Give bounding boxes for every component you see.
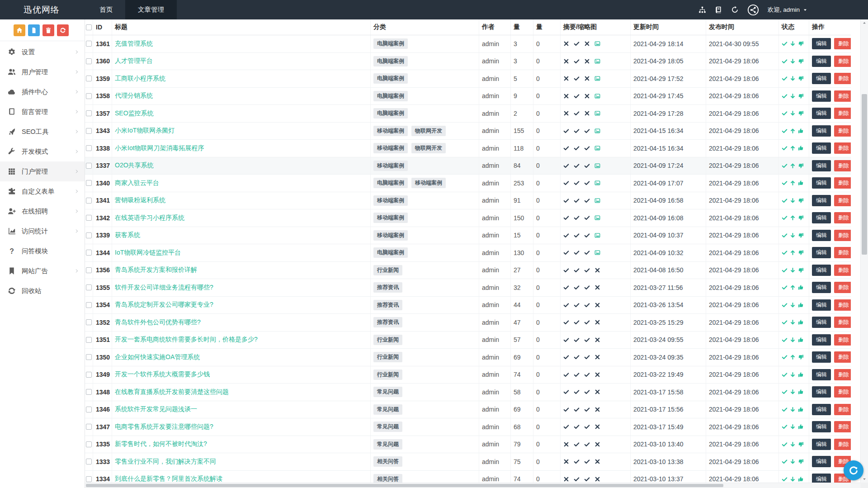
brand-logo[interactable]: 迅优网络 [24,4,60,16]
row-checkbox[interactable] [86,76,92,81]
sidebar-item-user-management[interactable]: 用户管理 [0,62,85,82]
sidebar-item-seo-tools[interactable]: SEO工具 [0,122,85,142]
vertical-scrollbar[interactable] [860,19,868,483]
row-checkbox[interactable] [86,459,92,464]
edit-button[interactable]: 编辑 [812,142,831,154]
delete-button[interactable]: 删除 [834,334,851,346]
article-title-link[interactable]: 商家入驻云平台 [115,179,159,187]
article-title-link[interactable]: 青岛系统定制开发公司哪家更专业? [115,301,213,309]
edit-button[interactable]: 编辑 [812,282,831,293]
row-checkbox[interactable] [86,476,92,482]
delete-button[interactable]: 删除 [834,108,851,119]
row-checkbox[interactable] [86,93,92,99]
edit-button[interactable]: 编辑 [812,125,831,137]
sidebar-item-visit-stats[interactable]: 访问统计 [0,221,85,241]
delete-button[interactable]: 删除 [834,404,851,415]
delete-button[interactable]: 删除 [834,230,851,241]
edit-button[interactable]: 编辑 [812,212,831,223]
file-button[interactable] [28,24,40,36]
sidebar-item-portal-management[interactable]: 门户管理 [0,161,85,181]
home-button[interactable] [14,24,25,36]
article-title-link[interactable]: SEO监控系统 [115,109,154,118]
sidebar-item-settings[interactable]: 设置 [0,42,85,62]
article-title-link[interactable]: 小米IoT物联网杀菌灯 [115,127,175,135]
edit-button[interactable]: 编辑 [812,90,831,102]
sidebar-item-dev-mode[interactable]: 开发模式 [0,142,85,161]
row-checkbox[interactable] [86,145,92,151]
article-title-link[interactable]: 人才管理平台 [115,57,153,65]
row-checkbox[interactable] [86,389,92,395]
sidebar-item-site-ads[interactable]: 网站广告 [0,261,85,281]
article-title-link[interactable]: 到底什么是新零售？阿里首次系统解读 [115,475,222,483]
row-checkbox[interactable] [86,302,92,308]
edit-button[interactable]: 编辑 [812,265,831,276]
edit-button[interactable]: 编辑 [812,404,831,415]
article-title-link[interactable]: 在线英语学习小程序系统 [115,214,184,222]
article-title-link[interactable]: 新零售时代，如何不被时代淘汰? [115,440,207,448]
delete-button[interactable]: 删除 [834,421,851,432]
row-checkbox[interactable] [86,354,92,360]
scrollbar-up-arrow[interactable] [861,19,868,27]
edit-button[interactable]: 编辑 [812,386,831,398]
article-title-link[interactable]: 系统软件开发常见问题浅谈一 [115,405,197,413]
article-title-link[interactable]: 充值管理系统 [115,40,153,48]
row-checkbox[interactable] [86,337,92,343]
sidebar-item-plugin-center[interactable]: 插件中心 [0,82,85,102]
sidebar-item-custom-forms[interactable]: 自定义表单 [0,181,85,201]
article-title-link[interactable]: 在线教育直播系统开发前要清楚这些问题 [115,388,229,396]
select-all-checkbox[interactable] [86,24,92,30]
delete-button[interactable]: 删除 [834,142,851,154]
edit-button[interactable]: 编辑 [812,421,831,432]
delete-button[interactable]: 删除 [834,439,851,450]
delete-button[interactable]: 删除 [834,369,851,380]
edit-button[interactable]: 编辑 [812,334,831,346]
article-title-link[interactable]: 青岛系统开发方案和报价详解 [115,266,197,274]
edit-button[interactable]: 编辑 [812,299,831,311]
delete-button[interactable]: 删除 [834,160,851,171]
delete-button[interactable]: 删除 [834,195,851,206]
sitemap-icon[interactable] [698,6,706,14]
delete-button[interactable]: 删除 [834,351,851,363]
row-checkbox[interactable] [86,441,92,447]
row-checkbox[interactable] [86,198,92,204]
article-title-link[interactable]: 电商零售系统开发要注意哪些问题? [115,423,213,431]
edit-button[interactable]: 编辑 [812,160,831,171]
row-checkbox[interactable] [86,250,92,256]
user-menu[interactable]: 欢迎, admin [768,6,807,14]
nav-tab-2[interactable]: 文章管理 [125,0,177,19]
delete-button[interactable]: 删除 [834,247,851,258]
article-title-link[interactable]: O2O共享系统 [115,161,154,170]
delete-button[interactable]: 删除 [834,317,851,328]
edit-button[interactable]: 编辑 [812,247,831,258]
edit-button[interactable]: 编辑 [812,317,831,328]
article-title-link[interactable]: 零售业行业不同，我们解决方案不同 [115,458,216,466]
trash-button[interactable] [42,24,54,36]
delete-button[interactable]: 删除 [834,90,851,102]
article-title-link[interactable]: IoT物联网冷链监控平台 [115,249,181,257]
article-title-link[interactable]: 获客系统 [115,231,140,239]
delete-button[interactable]: 删除 [834,265,851,276]
sidebar-item-qa-module[interactable]: ?问答模块 [0,241,85,261]
article-title-link[interactable]: 工商联小程序系统 [115,75,165,83]
article-title-link[interactable]: 代理分销系统 [115,92,153,100]
article-title-link[interactable]: 青岛软件外包公司优势有哪些? [115,318,201,327]
edit-button[interactable]: 编辑 [812,351,831,363]
row-checkbox[interactable] [86,215,92,221]
article-title-link[interactable]: 小米Iot物联网刀架消毒拓展程序 [115,144,204,152]
vertical-scrollbar-thumb[interactable] [862,94,867,255]
translate-icon[interactable] [715,6,722,14]
row-checkbox[interactable] [86,424,92,430]
nav-tab-1[interactable]: 首页 [87,0,125,19]
avatar-icon[interactable] [747,4,759,16]
sidebar-item-recycle-bin[interactable]: 回收站 [0,281,85,301]
article-title-link[interactable]: 企业如何快速实施OA管理系统 [115,353,200,361]
article-title-link[interactable]: 营销吸粉返利系统 [115,196,165,204]
delete-button[interactable]: 删除 [834,299,851,311]
edit-button[interactable]: 编辑 [812,177,831,189]
row-checkbox[interactable] [86,319,92,325]
delete-button[interactable]: 删除 [834,212,851,223]
delete-button[interactable]: 删除 [834,125,851,137]
scrollbar-down-arrow[interactable] [861,475,868,483]
edit-button[interactable]: 编辑 [812,73,831,84]
delete-button[interactable]: 删除 [834,38,851,49]
